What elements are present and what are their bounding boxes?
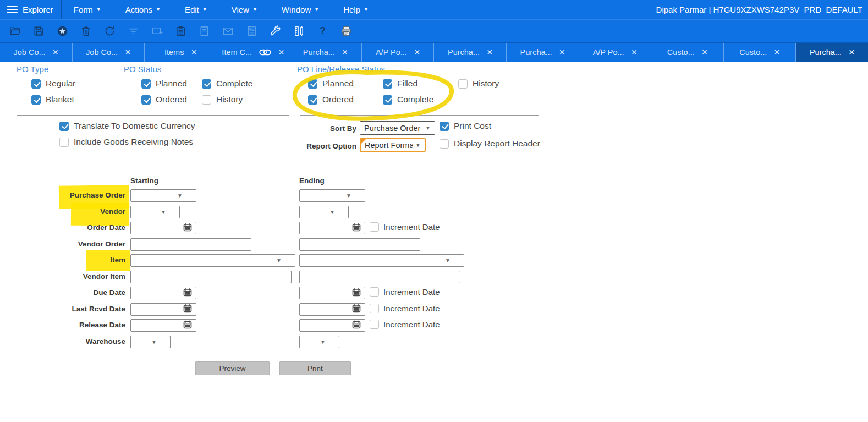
item-ending-input[interactable]: ▼ — [299, 254, 464, 267]
menu-help[interactable]: Help▼ — [331, 0, 381, 19]
vendor-order-ending-input[interactable] — [299, 238, 420, 251]
include-goods-receiving-notes-checkbox[interactable]: Include Goods Receiving Notes — [59, 137, 193, 147]
tab-item-c-3[interactable]: Item C...× — [217, 43, 290, 62]
vendor-item-starting-input[interactable] — [130, 271, 292, 283]
menu-form[interactable]: Form▼ — [62, 0, 113, 19]
chevron-down-icon: ▼ — [364, 7, 369, 12]
report-option-dropdown[interactable]: Report Format ▼ — [360, 138, 426, 152]
refresh-icon[interactable] — [98, 22, 122, 41]
menu-actions[interactable]: Actions▼ — [113, 0, 173, 19]
sort-by-dropdown[interactable]: Purchase Order ▼ — [360, 121, 435, 135]
favorites-icon[interactable] — [51, 22, 74, 41]
menu-window[interactable]: Window▼ — [270, 0, 331, 19]
tab-custo-9[interactable]: Custo...× — [651, 43, 724, 62]
po-line-release-status-group: PO Line/Release StatusPlannedOrderedFill… — [297, 64, 539, 105]
close-icon[interactable]: × — [487, 47, 493, 57]
display-report-header-checkbox[interactable]: Display Report Header — [440, 139, 540, 149]
checkbox-icon — [31, 79, 41, 89]
tab-purcha-6[interactable]: Purcha...× — [434, 43, 507, 62]
item-starting-input[interactable]: ▼ — [130, 254, 295, 267]
new-window-icon[interactable] — [145, 22, 169, 41]
mail-icon[interactable] — [216, 22, 240, 41]
explorer-label: Explorer — [23, 5, 53, 14]
close-icon[interactable]: × — [849, 47, 855, 57]
print-icon[interactable] — [334, 22, 358, 41]
chevron-down-icon: ▼ — [320, 339, 326, 345]
close-icon[interactable]: × — [53, 47, 59, 57]
wrench-icon[interactable] — [263, 22, 287, 41]
tab-a-p-po-8[interactable]: A/P Po...× — [579, 43, 652, 62]
menu-view[interactable]: View▼ — [219, 0, 270, 19]
tab-job-co-0[interactable]: Job Co...× — [0, 43, 73, 62]
checkbox-ordered[interactable]: Ordered — [141, 95, 202, 105]
close-icon[interactable]: × — [702, 47, 708, 57]
order-date-ending-input[interactable] — [299, 222, 365, 234]
print-button[interactable]: Print — [279, 361, 351, 375]
checkbox-history[interactable]: History — [202, 95, 252, 105]
increment-date-checkbox[interactable]: Increment Date — [370, 304, 440, 313]
due-date-ending-input[interactable] — [299, 287, 365, 299]
filter-icon[interactable] — [122, 22, 145, 41]
last-rcvd-date-ending-input[interactable] — [299, 303, 365, 316]
open-icon[interactable] — [3, 22, 27, 41]
checkbox-complete[interactable]: Complete — [383, 95, 458, 105]
last-rcvd-date-starting-input[interactable] — [130, 303, 196, 316]
vendor-order-starting-input[interactable] — [130, 238, 251, 251]
increment-date-checkbox[interactable]: Increment Date — [370, 222, 440, 232]
document-icon[interactable] — [193, 22, 216, 41]
preview-button[interactable]: Preview — [195, 361, 270, 375]
notes-icon[interactable] — [287, 22, 311, 41]
clipboard-icon[interactable] — [169, 22, 193, 41]
tab-label: Purcha... — [810, 48, 842, 57]
menu-edit[interactable]: Edit▼ — [173, 0, 219, 19]
form-row-release-date: Release DateIncrement Date — [0, 319, 868, 332]
close-icon[interactable]: × — [278, 47, 284, 57]
tab-purcha-11[interactable]: Purcha...× — [796, 43, 868, 62]
vendor-starting-input[interactable]: ▼ — [130, 206, 180, 218]
checkbox-blanket[interactable]: Blanket — [31, 95, 122, 105]
tab-purcha-7[interactable]: Purcha...× — [507, 43, 579, 62]
close-icon[interactable]: × — [342, 47, 348, 57]
tab-a-p-po-5[interactable]: A/P Po...× — [362, 43, 435, 62]
divider — [166, 69, 289, 69]
print-cost-checkbox[interactable]: Print Cost — [440, 121, 491, 131]
purchase-order-starting-input[interactable]: ▼ — [130, 189, 196, 202]
menu-label: View — [232, 5, 249, 14]
save-icon[interactable] — [27, 22, 51, 41]
menu-bar: Explorer Form▼Actions▼Edit▼View▼Window▼H… — [0, 0, 868, 19]
close-icon[interactable]: × — [631, 47, 638, 57]
tab-purcha-4[interactable]: Purcha...× — [289, 43, 362, 62]
vendor-item-ending-input[interactable] — [299, 271, 460, 283]
order-date-starting-input[interactable] — [130, 222, 196, 234]
warehouse-ending-input[interactable]: ▼ — [299, 336, 339, 348]
translate-currency-checkbox[interactable]: Translate To Domestic Currency — [59, 121, 195, 131]
explorer-menu-button[interactable]: Explorer — [0, 0, 61, 19]
warehouse-starting-input[interactable]: ▼ — [130, 336, 171, 348]
import-icon[interactable] — [240, 22, 263, 41]
release-date-ending-input[interactable] — [299, 319, 365, 332]
checkbox-planned[interactable]: Planned — [308, 79, 383, 89]
vendor-ending-input[interactable]: ▼ — [299, 206, 349, 218]
close-icon[interactable]: × — [191, 47, 197, 57]
close-icon[interactable]: × — [559, 47, 565, 57]
tab-job-co-1[interactable]: Job Co...× — [73, 43, 145, 62]
delete-icon[interactable] — [74, 22, 98, 41]
checkbox-complete[interactable]: Complete — [202, 79, 252, 89]
tab-items-2[interactable]: Items× — [145, 43, 217, 62]
checkbox-filled[interactable]: Filled — [383, 79, 458, 89]
close-icon[interactable]: × — [774, 47, 780, 57]
due-date-starting-input[interactable] — [130, 287, 196, 299]
help-icon[interactable]: ? — [311, 22, 334, 41]
checkbox-regular[interactable]: Regular — [31, 79, 122, 89]
close-icon[interactable]: × — [414, 47, 420, 57]
checkbox-history[interactable]: History — [458, 79, 499, 89]
increment-date-checkbox[interactable]: Increment Date — [370, 287, 440, 297]
purchase-order-ending-input[interactable]: ▼ — [299, 189, 365, 202]
increment-date-checkbox[interactable]: Increment Date — [370, 320, 440, 329]
release-date-starting-input[interactable] — [130, 319, 196, 332]
checkbox-ordered[interactable]: Ordered — [308, 95, 383, 105]
close-icon[interactable]: × — [125, 47, 131, 57]
form-row-item: Item▼▼ — [0, 254, 868, 267]
tab-custo-10[interactable]: Custo...× — [724, 43, 796, 62]
checkbox-planned[interactable]: Planned — [141, 79, 202, 89]
